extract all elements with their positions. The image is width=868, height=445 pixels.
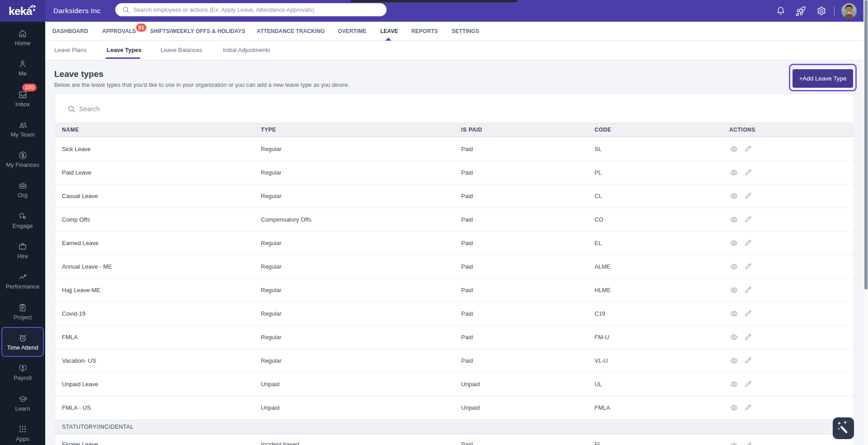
svg-text:keka: keka [9,5,33,17]
